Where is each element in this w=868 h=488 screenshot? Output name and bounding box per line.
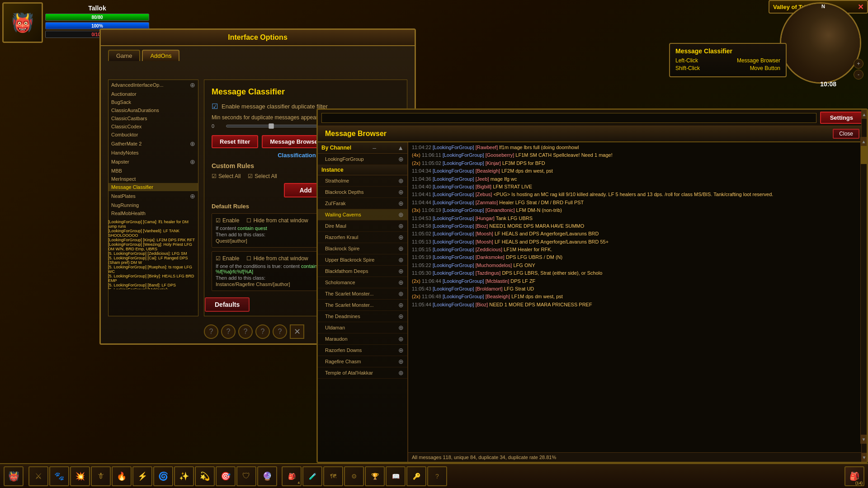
action-bar: 👹 ⚔ 🐾 💥 🗡 🔥 ⚡ 🌀 ✨ 💫 🎯 🛡 🔮 🎒 4 🧪 🗺 ⚙ [0, 463, 868, 488]
channel-razorfen-downs[interactable]: Razorfen Downs ⊕ [318, 345, 407, 356]
channel-collapse-icon[interactable]: – [373, 144, 376, 151]
bag-btn-1[interactable]: 🎒 4 [282, 466, 302, 486]
addon-item-mbb[interactable]: MBB [108, 167, 198, 175]
addon-item-auctionator[interactable]: Auctionator [108, 90, 198, 98]
msg-3: (2x) 11:05:02 [LookingForGroup] [Kinjar]… [412, 160, 863, 167]
action-slot-8[interactable]: ✨ [174, 466, 194, 486]
msg-scroll-up[interactable]: ▲ [861, 142, 867, 146]
action-slot-3[interactable]: 💥 [70, 466, 90, 486]
addon-item-mapster[interactable]: Mapster ⊕ [108, 157, 198, 167]
portrait-button[interactable]: 👹 [4, 466, 24, 486]
channel-uldaman[interactable]: Uldaman ⊕ [318, 322, 407, 333]
addon-item-handynotes[interactable]: HandyNotes [108, 149, 198, 157]
addon-close-btn[interactable]: ✕ [290, 324, 304, 339]
addon-item-bugsack[interactable]: BugSack [108, 98, 198, 106]
channel-ragefire[interactable]: Ragefire Chasm ⊕ [318, 356, 407, 367]
icon-btn-3[interactable]: ? [238, 324, 253, 339]
channel-blackfathom[interactable]: Blackfathom Deeps ⊕ [318, 266, 407, 277]
icon-btn-2[interactable]: ? [221, 324, 236, 339]
channel-scarlet-1[interactable]: The Scarlet Monster... ⊕ [318, 288, 407, 300]
bag-btn-7[interactable]: 🔑 [406, 466, 426, 486]
action-slot-11[interactable]: 🛡 [236, 466, 256, 486]
mb-close-button[interactable]: Close [833, 129, 859, 139]
channel-blackrock-depths[interactable]: Blackrock Depths ⊕ [318, 187, 407, 198]
addon-item-classicaura[interactable]: ClassicAuraDurations [108, 106, 198, 114]
rule1-enable-checkbox[interactable]: ☑ [216, 217, 221, 224]
icon-btn-4[interactable]: ? [255, 324, 270, 339]
tab-addons[interactable]: AddOns [142, 50, 179, 61]
addon-item-advancedinterface[interactable]: AdvancedInterfaceOp... ⊕ [108, 80, 198, 90]
message-scrollbar[interactable]: ▲ ▼ [860, 142, 867, 444]
defaults-button[interactable]: Defaults [205, 297, 250, 312]
channel-add-icon[interactable]: ⊕ [398, 155, 404, 163]
select-all-2[interactable]: ☑ Select All [248, 173, 277, 179]
action-slot-12[interactable]: 🔮 [257, 466, 277, 486]
character-portrait: 👹 [2, 2, 43, 43]
icon-btn-5[interactable]: ? [273, 324, 287, 339]
enable-checkbox[interactable]: ☑ [212, 102, 218, 111]
tab-game[interactable]: Game [108, 50, 140, 61]
minimap-frame[interactable] [780, 2, 861, 84]
channel-zulfarak[interactable]: Zul'Farak ⊕ [318, 198, 407, 209]
action-slot-9[interactable]: 💫 [195, 466, 215, 486]
minimap-zoom-in[interactable]: + [854, 59, 863, 69]
action-slot-5[interactable]: 🔥 [112, 466, 132, 486]
addon-item-gathermate[interactable]: GatherMate 2 ⊕ [108, 139, 198, 149]
bag-btn-4[interactable]: ⚙ [344, 466, 364, 486]
addon-item-classicastbars[interactable]: ClassicCastbars [108, 114, 198, 122]
rule1-hide-checkbox[interactable]: ☐ [246, 217, 251, 224]
channel-upper-blackrock[interactable]: Upper Blackrock Spire ⊕ [318, 254, 407, 266]
addon-item-combucktor[interactable]: Combucktor [108, 131, 198, 139]
msg-scroll-down[interactable]: ▼ [861, 435, 867, 444]
channel-razorfen-kraul[interactable]: Razorfen Kraul ⊕ [318, 232, 407, 243]
addon-item-neatplates[interactable]: NeatPlates ⊕ [108, 191, 198, 201]
bag-btn-8[interactable]: ? [427, 466, 447, 486]
channel-deadmines[interactable]: The Deadmines ⊕ [318, 311, 407, 322]
action-slot-10[interactable]: 🎯 [216, 466, 236, 486]
channel-scholomance[interactable]: Scholomance ⊕ [318, 277, 407, 288]
msg-scroll-thumb[interactable] [861, 146, 867, 164]
channel-stratholme[interactable]: Stratholme ⊕ [318, 175, 407, 187]
channel-maraudon[interactable]: Maraudon ⊕ [318, 333, 407, 345]
addon-item-realmobhealth[interactable]: RealMobHealth [108, 209, 198, 217]
addon-item-messageclassifier[interactable]: Message Classifier [108, 183, 198, 191]
select-all-1[interactable]: ☑ Select All [212, 173, 241, 179]
bag-btn-2[interactable]: 🧪 [302, 466, 322, 486]
action-slot-1[interactable]: ⚔ [28, 466, 48, 486]
channel-lookingforgroup[interactable]: LookingForGroup ⊕ [318, 154, 407, 165]
rule2-enable-checkbox[interactable]: ☑ [216, 255, 221, 262]
channel-scarlet-2[interactable]: The Scarlet Monster... ⊕ [318, 300, 407, 311]
channel-temple-atal[interactable]: Temple of Atal'Hakkar ⊕ [318, 367, 407, 379]
bag-btn-5[interactable]: 🏆 [365, 466, 385, 486]
channel-wailing-caverns[interactable]: Wailing Caverns ⊕ [318, 209, 407, 221]
bag-btn-6[interactable]: 📖 [386, 466, 406, 486]
slider-thumb[interactable] [269, 123, 274, 129]
channel-dire-maul[interactable]: Dire Maul ⊕ [318, 221, 407, 232]
action-slot-4[interactable]: 🗡 [91, 466, 111, 486]
action-slot-6[interactable]: ⚡ [132, 466, 152, 486]
addon-item-nugrunning[interactable]: NugRunning [108, 201, 198, 209]
channel-scroll-up[interactable]: ▲ [397, 144, 404, 151]
bag-btn-3[interactable]: 🗺 [323, 466, 343, 486]
icon-btn-1[interactable]: ? [204, 324, 218, 339]
mb-message-list[interactable]: 11:04:22 [LookingForGroup] [Rawbeef] lf1… [408, 142, 867, 452]
action-slot-2[interactable]: 🐾 [49, 466, 69, 486]
action-slot-7[interactable]: 🌀 [153, 466, 173, 486]
msg-7: 11:04:41 [LookingForGroup] [Zebus] <PUG>… [412, 191, 863, 198]
minimap-zoom-out[interactable]: - [854, 70, 863, 80]
main-bag[interactable]: 🎒 (14) [844, 466, 864, 486]
mb-search-input[interactable] [321, 113, 816, 123]
addon-item-merinspect[interactable]: MerInspect [108, 175, 198, 183]
msg-4: 11:04:34 [LookingForGroup] [Beasleigh] L… [412, 168, 863, 174]
action-group-1: ⚔ 🐾 💥 🗡 🔥 ⚡ 🌀 ✨ 💫 🎯 🛡 🔮 [28, 466, 277, 486]
reset-filter-button[interactable]: Reset filter [212, 135, 258, 148]
minimap-north: N [821, 4, 825, 9]
rule2-hide-checkbox[interactable]: ☐ [246, 255, 251, 262]
addon-item-classiccodex[interactable]: ClassicCodex [108, 122, 198, 131]
msg-11: 11:04:58 [LookingForGroup] [Bioz] NEED1 … [412, 223, 863, 230]
mc-panel-title: Message Classifier [212, 87, 400, 97]
channel-blackrock-spire[interactable]: Blackrock Spire ⊕ [318, 243, 407, 254]
msg-6: 11:04:40 [LookingForGroup] [Bigbill] LFM… [412, 183, 863, 190]
msg-19: 11:05:43 [LookingForGroup] [Broldamort] … [412, 286, 863, 292]
mb-settings-button[interactable]: Settings [820, 112, 863, 124]
